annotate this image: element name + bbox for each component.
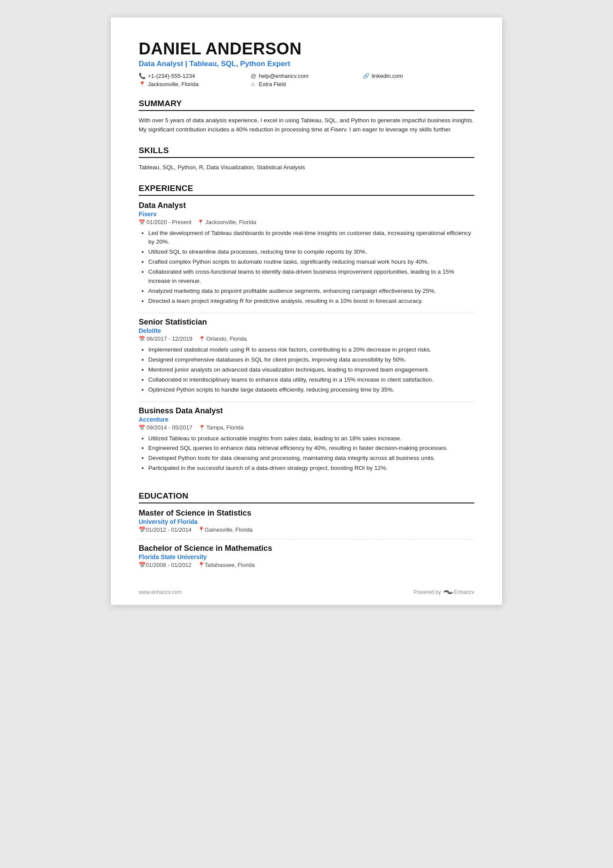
location-meta: 📍Tampa, Florida bbox=[199, 424, 244, 431]
location-icon: 📍 bbox=[139, 81, 146, 87]
candidate-name: DANIEL ANDERSON bbox=[139, 40, 474, 58]
bullet-item: Analyzed marketing data to pinpoint prof… bbox=[148, 287, 474, 296]
link-icon: 🔗 bbox=[363, 73, 370, 79]
edu-meta: 📅01/2008 - 01/2012📍Tallahassee, Florida bbox=[139, 562, 474, 568]
summary-text: With over 5 years of data analysis exper… bbox=[139, 116, 474, 134]
header: DANIEL ANDERSON Data Analyst | Tableau, … bbox=[139, 40, 474, 87]
location-meta: 📍Orlando, Florida bbox=[199, 335, 247, 342]
calendar-icon: 📅01/2020 - Present bbox=[139, 219, 191, 225]
skills-text: Tableau, SQL, Python, R, Data Visualizat… bbox=[139, 163, 474, 172]
contact-email: @ help@enhancv.com bbox=[250, 73, 362, 79]
bullet-item: Engineered SQL queries to enhance data r… bbox=[148, 444, 474, 453]
edu-school-name: University of Florida bbox=[139, 518, 474, 525]
contact-grid: 📞 +1-(234)-555-1234 @ help@enhancv.com 🔗… bbox=[139, 73, 474, 87]
edu-degree: Bachelor of Science in Mathematics bbox=[139, 544, 474, 553]
bullet-item: Directed a team project integrating R fo… bbox=[148, 297, 474, 306]
bullet-item: Utilized SQL to streamline data processe… bbox=[148, 248, 474, 257]
bullet-item: Participated in the successful launch of… bbox=[148, 464, 474, 473]
experience-section: EXPERIENCE Data AnalystFiserv📅01/2020 - … bbox=[139, 184, 474, 480]
bullet-item: Designed comprehensive databases in SQL … bbox=[148, 355, 474, 365]
job-bullets: Led the development of Tableau dashboard… bbox=[139, 229, 474, 306]
resume-page: DANIEL ANDERSON Data Analyst | Tableau, … bbox=[111, 17, 502, 605]
bullet-item: Led the development of Tableau dashboard… bbox=[148, 229, 474, 247]
schools-container: Master of Science in StatisticsUniversit… bbox=[139, 509, 474, 574]
location-meta: 📍Gainesville, Florida bbox=[198, 526, 253, 533]
skills-section: SKILLS Tableau, SQL, Python, R, Data Vis… bbox=[139, 146, 474, 172]
summary-title: SUMMARY bbox=[139, 99, 474, 111]
star-icon: ☆ bbox=[250, 81, 257, 87]
contact-phone: 📞 +1-(234)-555-1234 bbox=[139, 73, 250, 79]
job-block: Business Data AnalystAccenture📅09/2014 -… bbox=[139, 406, 474, 480]
jobs-container: Data AnalystFiserv📅01/2020 - Present📍Jac… bbox=[139, 201, 474, 480]
email-icon: @ bbox=[250, 73, 257, 79]
footer: www.enhancv.com Powered by Enhancv bbox=[139, 589, 474, 595]
job-bullets: Utilized Tableau to produce actionable i… bbox=[139, 434, 474, 473]
footer-url: www.enhancv.com bbox=[139, 589, 182, 595]
bullet-item: Collaborated in interdisciplinary teams … bbox=[148, 375, 474, 385]
contact-linkedin: 🔗 linkedin.com bbox=[363, 73, 474, 79]
job-block: Senior StatisticianDeloitte📅06/2017 - 12… bbox=[139, 318, 474, 402]
phone-icon: 📞 bbox=[139, 73, 146, 79]
skills-title: SKILLS bbox=[139, 146, 474, 158]
job-block: Data AnalystFiserv📅01/2020 - Present📍Jac… bbox=[139, 201, 474, 313]
experience-title: EXPERIENCE bbox=[139, 184, 474, 196]
candidate-title: Data Analyst | Tableau, SQL, Python Expe… bbox=[139, 60, 474, 68]
bullet-item: Optimized Python scripts to handle large… bbox=[148, 385, 474, 395]
contact-extra: ☆ Extra Field bbox=[250, 81, 362, 87]
job-meta: 📅01/2020 - Present📍Jacksonville, Florida bbox=[139, 219, 474, 225]
edu-meta: 📅01/2012 - 01/2014📍Gainesville, Florida bbox=[139, 526, 474, 533]
bullet-item: Developed Python tools for data cleansin… bbox=[148, 454, 474, 463]
calendar-icon: 📅09/2014 - 05/2017 bbox=[139, 424, 193, 431]
bullet-item: Utilized Tableau to produce actionable i… bbox=[148, 434, 474, 443]
footer-powered: Powered by Enhancv bbox=[413, 589, 474, 595]
education-title: EDUCATION bbox=[139, 491, 474, 503]
education-section: EDUCATION Master of Science in Statistic… bbox=[139, 491, 474, 574]
calendar-icon: 📅06/2017 - 12/2019 bbox=[139, 335, 193, 342]
calendar-icon: 📅01/2012 - 01/2014 bbox=[139, 526, 192, 533]
bullet-item: Implemented statistical models using R t… bbox=[148, 345, 474, 355]
job-title: Senior Statistician bbox=[139, 318, 474, 327]
bullet-item: Mentored junior analysts on advanced dat… bbox=[148, 365, 474, 375]
company-name: Fiserv bbox=[139, 211, 474, 218]
job-bullets: Implemented statistical models using R t… bbox=[139, 345, 474, 395]
edu-block: Bachelor of Science in MathematicsFlorid… bbox=[139, 544, 474, 574]
location-meta: 📍Tallahassee, Florida bbox=[198, 562, 255, 568]
company-name: Deloitte bbox=[139, 327, 474, 334]
job-title: Data Analyst bbox=[139, 201, 474, 210]
edu-degree: Master of Science in Statistics bbox=[139, 509, 474, 518]
job-meta: 📅09/2014 - 05/2017📍Tampa, Florida bbox=[139, 424, 474, 431]
edu-block: Master of Science in StatisticsUniversit… bbox=[139, 509, 474, 540]
enhancv-logo: Enhancv bbox=[443, 589, 474, 595]
company-name: Accenture bbox=[139, 416, 474, 423]
summary-section: SUMMARY With over 5 years of data analys… bbox=[139, 99, 474, 134]
bullet-item: Collaborated with cross-functional teams… bbox=[148, 268, 474, 286]
job-meta: 📅06/2017 - 12/2019📍Orlando, Florida bbox=[139, 335, 474, 342]
edu-school-name: Florida State University bbox=[139, 553, 474, 560]
calendar-icon: 📅01/2008 - 01/2012 bbox=[139, 562, 192, 568]
location-meta: 📍Jacksonville, Florida bbox=[197, 219, 256, 225]
bullet-item: Crafted complex Python scripts to automa… bbox=[148, 258, 474, 267]
contact-location: 📍 Jacksonville, Florida bbox=[139, 81, 250, 87]
job-title: Business Data Analyst bbox=[139, 406, 474, 416]
